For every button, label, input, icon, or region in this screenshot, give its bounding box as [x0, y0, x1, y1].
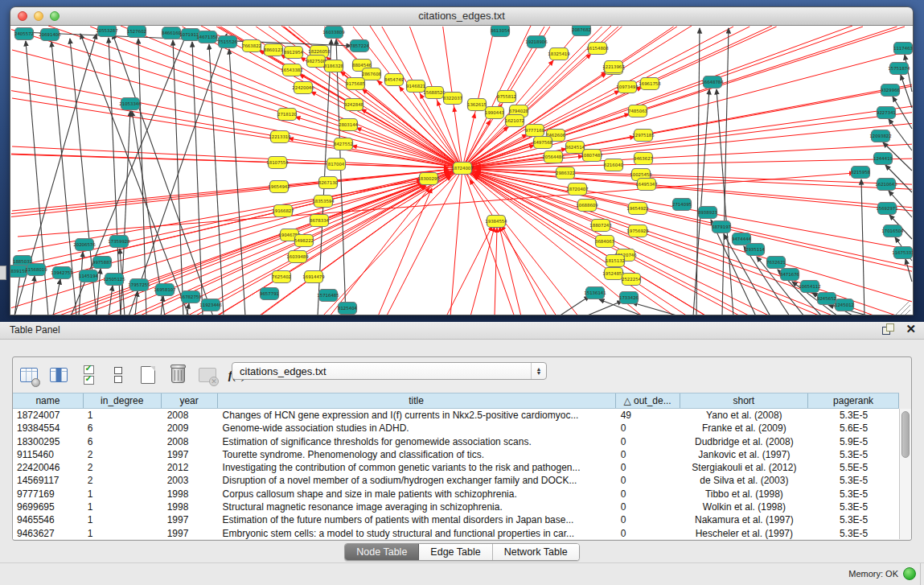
table-cell[interactable]: Estimation of the future numbers of pati…: [218, 513, 616, 526]
graph-node[interactable]: 8125404: [338, 303, 358, 315]
table-cell[interactable]: 2: [84, 448, 162, 461]
table-cell[interactable]: 14569117: [13, 474, 84, 487]
graph-node[interactable]: 2714095: [672, 199, 692, 211]
graph-node[interactable]: 8186328: [324, 60, 344, 72]
select-columns-button[interactable]: [79, 365, 98, 385]
table-cell[interactable]: 1998: [162, 501, 218, 513]
table-row[interactable]: 1456911722003Disruption of a novel membe…: [13, 474, 899, 487]
table-cell[interactable]: 9463627: [13, 527, 84, 539]
table-cell[interactable]: 1997: [162, 513, 218, 526]
graph-node[interactable]: 2986322: [556, 167, 575, 179]
table-cell[interactable]: Embryonic stem cells: a model to study s…: [218, 527, 616, 539]
table-cell[interactable]: 2: [84, 474, 162, 487]
table-cell[interactable]: 5.3E-5: [808, 513, 899, 526]
graph-node[interactable]: 8322037: [443, 93, 462, 105]
show-columns-button[interactable]: [49, 365, 68, 385]
graph-node[interactable]: 2935114: [745, 244, 766, 256]
graph-node[interactable]: 9657791: [260, 288, 279, 300]
graph-node[interactable]: 19654942: [268, 181, 290, 193]
column-header-in-degree[interactable]: in_degree: [84, 393, 162, 408]
table-cell[interactable]: Jankovic et al. (1997): [680, 448, 809, 461]
table-cell[interactable]: 18300295: [13, 435, 84, 448]
table-cell[interactable]: 0: [616, 435, 680, 448]
table-header-row[interactable]: namein_degreeyeartitle△ out_de...shortpa…: [13, 393, 899, 409]
graph-node[interactable]: 1362615: [467, 99, 487, 111]
table-cell[interactable]: 0: [616, 488, 680, 501]
graph-node[interactable]: 10807487: [581, 150, 602, 162]
table-cell[interactable]: Genome-wide association studies in ADHD.: [218, 422, 616, 435]
graph-node[interactable]: 13942757: [51, 267, 72, 279]
table-cell[interactable]: 5.9E-5: [808, 435, 899, 448]
graph-node[interactable]: 18720407: [566, 183, 588, 196]
graph-node[interactable]: 20564486: [542, 151, 565, 163]
tab-edge-table[interactable]: Edge Table: [419, 544, 492, 560]
graph-node[interactable]: 7857224: [350, 40, 370, 52]
graph-node[interactable]: 8613054: [491, 26, 511, 37]
graph-node[interactable]: 19756928: [626, 225, 649, 237]
graph-node[interactable]: 3684067: [595, 236, 614, 248]
table-cell[interactable]: de Silva et al. (2003): [680, 474, 809, 487]
graph-node[interactable]: 11923446: [199, 299, 222, 311]
graph-node[interactable]: 1621072: [505, 115, 524, 127]
graph-node[interactable]: 16210643: [875, 179, 897, 191]
graph-node[interactable]: 7515526: [218, 36, 238, 48]
graph-node[interactable]: 18107554: [266, 157, 289, 169]
graph-node[interactable]: 16039489: [286, 251, 309, 263]
graph-node[interactable]: 2718120: [277, 109, 298, 121]
table-cell[interactable]: 0: [616, 501, 680, 513]
graph-node[interactable]: 9175685: [346, 78, 365, 90]
table-row[interactable]: 977716911998Corpus callosum shape and si…: [13, 488, 899, 501]
table-cell[interactable]: 18724007: [13, 409, 84, 422]
table-cell[interactable]: 0: [616, 527, 680, 539]
graph-node[interactable]: 8471676: [780, 269, 800, 281]
table-cell[interactable]: 2008: [162, 409, 218, 422]
graph-node[interactable]: 12975185: [632, 130, 654, 142]
table-cell[interactable]: 0: [616, 448, 680, 461]
graph-node[interactable]: 19218906: [525, 36, 548, 48]
graph-node[interactable]: 10973493: [616, 81, 638, 93]
graph-node[interactable]: 19166827: [272, 205, 294, 217]
close-panel-icon[interactable]: ✕: [906, 323, 916, 335]
table-cell[interactable]: 1: [84, 501, 162, 513]
table-cell[interactable]: Tibbo et al. (1998): [680, 488, 809, 501]
graph-node[interactable]: 20206576: [73, 239, 96, 251]
table-cell[interactable]: 2009: [162, 422, 218, 435]
graph-node[interactable]: 18353594: [312, 196, 335, 208]
table-cell[interactable]: 2003: [162, 474, 218, 487]
graph-node[interactable]: 14671358: [196, 31, 219, 43]
graph-node[interactable]: 16961758: [639, 78, 661, 90]
graph-node[interactable]: 1990443: [485, 107, 504, 119]
graph-node[interactable]: 8466160: [162, 27, 182, 39]
table-cell[interactable]: 5.3E-5: [808, 474, 899, 487]
graph-node[interactable]: 2087682: [572, 26, 591, 36]
graph-node[interactable]: 8912954: [284, 47, 304, 59]
graph-node[interactable]: 9975887: [92, 257, 112, 269]
delete-column-button[interactable]: [168, 365, 187, 385]
graph-node[interactable]: 9242848: [344, 99, 364, 111]
graph-node[interactable]: 7632621: [766, 257, 786, 269]
column-header-name[interactable]: name: [13, 393, 84, 408]
graph-node[interactable]: 7663822: [242, 40, 261, 52]
graph-node[interactable]: 17957255: [128, 279, 150, 291]
graph-node[interactable]: 16154808: [586, 43, 609, 55]
graph-node[interactable]: 15751874: [888, 63, 910, 75]
graph-node[interactable]: 19384554: [485, 216, 507, 228]
graph-node[interactable]: 9777169: [525, 125, 545, 137]
table-cell[interactable]: 0: [616, 461, 680, 474]
column-header-pagerank[interactable]: pagerank: [808, 393, 899, 408]
table-cell[interactable]: Nakamura et al. (1997): [680, 513, 809, 526]
graph-node[interactable]: 7485063: [628, 105, 647, 117]
graph-node[interactable]: 8454749: [384, 74, 405, 86]
tab-network-table[interactable]: Network Table: [493, 544, 579, 560]
table-selector-dropdown[interactable]: citations_edges.txt ▲▼: [232, 362, 547, 380]
network-window-titlebar[interactable]: citations_edges.txt: [10, 7, 913, 26]
graph-node[interactable]: 5498222: [294, 235, 314, 247]
graph-node[interactable]: 16495347: [635, 179, 657, 191]
graph-node[interactable]: 6497568: [533, 137, 553, 149]
table-cell[interactable]: 5.3E-5: [808, 409, 899, 422]
graph-node[interactable]: 817004: [327, 159, 346, 171]
graph-node[interactable]: 6216040: [604, 159, 624, 171]
graph-node[interactable]: 16543382: [281, 64, 302, 76]
vertical-scrollbar[interactable]: [899, 409, 911, 539]
graph-node[interactable]: 1527602: [127, 26, 146, 38]
